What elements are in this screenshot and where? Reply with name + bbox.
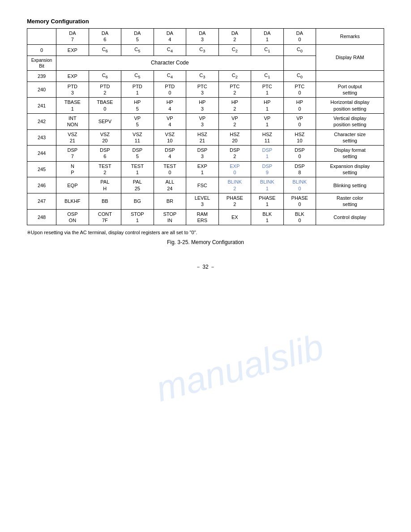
- addr-cell: 247: [27, 193, 56, 209]
- data-cell: PHASE1: [251, 193, 283, 209]
- data-cell: VSZ11: [121, 129, 154, 146]
- data-cell: C1: [251, 70, 283, 82]
- data-cell: TEST2: [89, 161, 121, 177]
- table-row: 241 TBASE1 TBASE0 HP5 HP4 HP3 HP2 HP1 HP…: [27, 98, 384, 114]
- table-row: 246 EQP PALH PAL25 ALL24 FSC BLINK2 BLIN…: [27, 177, 384, 193]
- addr-cell: 239: [27, 70, 56, 82]
- data-cell: EQP: [56, 177, 89, 193]
- data-cell: VP5: [121, 114, 154, 130]
- data-cell: BLINK2: [218, 177, 251, 193]
- data-cell: BB: [89, 193, 121, 209]
- data-cell: VP4: [154, 114, 186, 130]
- data-cell: VP1: [251, 114, 283, 130]
- data-cell: HSZ20: [218, 129, 251, 146]
- data-cell: VSZ21: [56, 129, 89, 146]
- data-cell: STOPIN: [154, 209, 186, 225]
- table-row: 245 NP TEST2 TEST1 TEST0 EXP1 EXP0 DSP9 …: [27, 161, 384, 177]
- header-da4: DA4: [154, 29, 186, 45]
- data-cell: C3: [186, 70, 218, 82]
- data-cell: C0: [283, 70, 316, 82]
- table-row: 247 BLKHF BB BG BR LEVEL3 PHASE2 PHASE1 …: [27, 193, 384, 209]
- data-cell: C4: [154, 70, 186, 82]
- page-number: － 32 －: [27, 263, 384, 271]
- expansion-bit-cell: ExpansionBit: [27, 56, 56, 70]
- data-cell: OSPON: [56, 209, 89, 225]
- data-cell: C6: [89, 70, 121, 82]
- data-cell: HP1: [251, 98, 283, 114]
- data-cell: PHASE0: [283, 193, 316, 209]
- data-cell: INTNON: [56, 114, 89, 130]
- data-cell: VSZ20: [89, 129, 121, 146]
- header-da0: DA0: [283, 29, 316, 45]
- data-cell: PTD2: [89, 82, 121, 98]
- addr-cell: 241: [27, 98, 56, 114]
- table-row: 244 DSP7 DSP6 DSP5 DSP4 DSP3 DSP2 DSP1 D…: [27, 146, 384, 162]
- data-cell: DSP8: [283, 161, 316, 177]
- data-cell: CONT7F: [89, 209, 121, 225]
- memory-config-table: DA7 DA6 DA5 DA4 DA3 DA2 DA1 DA0 Remarks …: [27, 28, 384, 225]
- data-cell: HP2: [218, 98, 251, 114]
- data-cell: C5: [121, 44, 154, 56]
- header-da1: DA1: [251, 29, 283, 45]
- table-row: 248 OSPON CONT7F STOP1 STOPIN RAMERS EX …: [27, 209, 384, 225]
- data-cell: HP0: [283, 98, 316, 114]
- data-cell: RAMERS: [186, 209, 218, 225]
- data-cell: VSZ10: [154, 129, 186, 146]
- remarks-cell: Port outputsetting: [316, 82, 384, 98]
- data-cell: STOP1: [121, 209, 154, 225]
- data-cell: PTD0: [154, 82, 186, 98]
- display-ram-label: Display RAM: [316, 44, 384, 70]
- table-row: 0 EXP C6 C5 C4 C3 C2 C1 C0 Display RAM: [27, 44, 384, 56]
- footnote: ※Upon resetting via the AC terminal, dis…: [27, 230, 384, 236]
- remarks-cell: Expansion displaysetting: [316, 161, 384, 177]
- data-cell: DSP6: [89, 146, 121, 162]
- data-cell: C1: [251, 44, 283, 56]
- data-cell: PTC0: [283, 82, 316, 98]
- data-cell: DSP4: [154, 146, 186, 162]
- data-cell: C2: [218, 70, 251, 82]
- data-cell: HSZ11: [251, 129, 283, 146]
- remarks-cell: Control display: [316, 209, 384, 225]
- data-cell: PTC3: [186, 82, 218, 98]
- data-cell: TBASE0: [89, 98, 121, 114]
- data-cell: PTC1: [251, 82, 283, 98]
- table-row: 240 PTD3 PTD2 PTD1 PTD0 PTC3 PTC2 PTC1 P…: [27, 82, 384, 98]
- data-cell: DSP3: [186, 146, 218, 162]
- data-cell: EXP: [56, 70, 89, 82]
- header-da5: DA5: [121, 29, 154, 45]
- data-cell: BLK0: [283, 209, 316, 225]
- remarks-cell: Raster colorsetting: [316, 193, 384, 209]
- header-da3: DA3: [186, 29, 218, 45]
- data-cell: C4: [154, 44, 186, 56]
- addr-cell: 244: [27, 146, 56, 162]
- table-row: 239 EXP C6 C5 C4 C3 C2 C1 C0: [27, 70, 384, 82]
- addr-cell: 245: [27, 161, 56, 177]
- addr-cell: 243: [27, 129, 56, 146]
- addr-cell: 246: [27, 177, 56, 193]
- data-cell: BLK1: [251, 209, 283, 225]
- header-row: DA7 DA6 DA5 DA4 DA3 DA2 DA1 DA0 Remarks: [27, 29, 384, 45]
- data-cell: VP0: [283, 114, 316, 130]
- remarks-cell: Display formatsetting: [316, 146, 384, 162]
- data-cell: DSP2: [218, 146, 251, 162]
- data-cell: EX: [218, 209, 251, 225]
- data-cell: EXP: [56, 44, 89, 56]
- data-cell: PTD1: [121, 82, 154, 98]
- data-cell: HSZ21: [186, 129, 218, 146]
- data-cell: FSC: [186, 177, 218, 193]
- data-cell: DSP9: [251, 161, 283, 177]
- data-cell: NP: [56, 161, 89, 177]
- character-code-cell: Character Code: [56, 56, 283, 70]
- addr-cell: 240: [27, 82, 56, 98]
- data-cell: HP5: [121, 98, 154, 114]
- data-cell: VP2: [218, 114, 251, 130]
- data-cell: PALH: [89, 177, 121, 193]
- data-cell: TEST0: [154, 161, 186, 177]
- data-cell: C0: [283, 44, 316, 56]
- header-da2: DA2: [218, 29, 251, 45]
- addr-cell: 0: [27, 44, 56, 56]
- data-cell: PTD3: [56, 82, 89, 98]
- data-cell: C3: [186, 44, 218, 56]
- remarks-cell: [316, 70, 384, 82]
- section-title: Memory Configuration: [27, 18, 384, 25]
